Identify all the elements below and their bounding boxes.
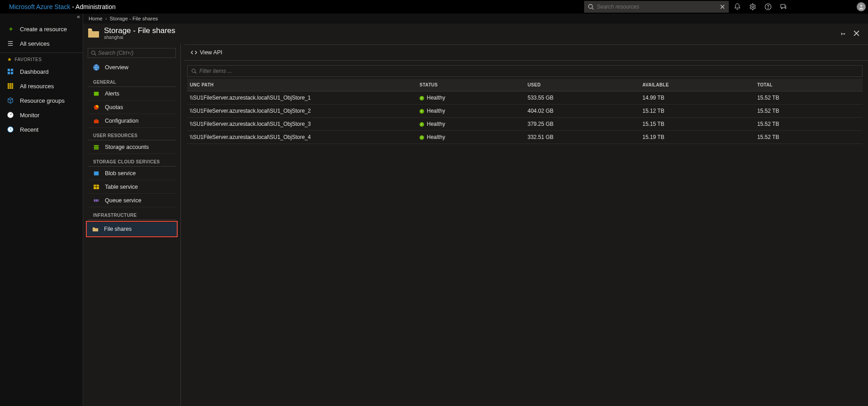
svg-rect-34 xyxy=(94,120,99,123)
svg-rect-35 xyxy=(94,145,99,146)
svg-rect-38 xyxy=(94,171,99,175)
folder-icon xyxy=(92,226,99,232)
table-row[interactable]: \\SU1FileServer.azurestack.local\SU1_Obj… xyxy=(187,105,863,118)
col-used[interactable]: USED xyxy=(525,79,640,91)
settings-button[interactable] xyxy=(745,0,760,14)
tenant-name: Administration xyxy=(75,3,116,10)
global-search[interactable] xyxy=(584,1,729,13)
blade-item-table-service[interactable]: Table service xyxy=(88,180,176,194)
col-total[interactable]: TOTAL xyxy=(755,79,863,91)
healthy-icon xyxy=(420,135,424,140)
cell-total: 15.52 TB xyxy=(755,105,863,118)
cell-used: 404.02 GB xyxy=(525,105,640,118)
account-button[interactable] xyxy=(854,0,868,14)
blade-search-input[interactable] xyxy=(98,50,173,56)
blob-icon xyxy=(93,170,100,177)
clear-search-icon[interactable] xyxy=(720,4,725,10)
blade-item-configuration[interactable]: Configuration xyxy=(88,114,176,128)
col-unc[interactable]: UNC PATH xyxy=(187,79,417,91)
breadcrumb: Home › Storage - File shares xyxy=(83,14,868,24)
close-blade-button[interactable] xyxy=(852,29,861,38)
table-row[interactable]: \\SU1FileServer.azurestack.local\SU1_Obj… xyxy=(187,131,863,144)
healthy-icon xyxy=(420,122,424,127)
search-icon xyxy=(191,68,197,74)
blade-item-storage-accounts[interactable]: Storage accounts xyxy=(88,140,176,154)
cell-total: 15.52 TB xyxy=(755,91,863,105)
cube-icon xyxy=(7,97,14,104)
svg-rect-43 xyxy=(96,199,98,201)
help-button[interactable] xyxy=(760,0,776,14)
feedback-icon xyxy=(780,3,787,10)
feedback-button[interactable] xyxy=(776,0,791,14)
pin-icon xyxy=(840,30,846,36)
file-shares-table: UNC PATH STATUS USED AVAILABLE TOTAL \\S… xyxy=(187,79,863,144)
svg-rect-32 xyxy=(94,91,99,96)
svg-rect-12 xyxy=(8,69,10,71)
view-api-button[interactable]: View API xyxy=(191,49,222,56)
blade-search[interactable] xyxy=(88,48,176,58)
pin-blade-button[interactable] xyxy=(838,29,847,38)
col-available[interactable]: AVAILABLE xyxy=(640,79,755,91)
table-row[interactable]: \\SU1FileServer.azurestack.local\SU1_Obj… xyxy=(187,91,863,105)
section-user-resources-header: USER RESOURCES xyxy=(88,128,176,140)
grid-icon xyxy=(7,83,14,89)
storage-icon xyxy=(93,144,100,150)
blade-item-quotas[interactable]: Quotas xyxy=(88,100,176,114)
gauge-icon xyxy=(7,112,14,118)
cell-unc: \\SU1FileServer.azurestack.local\SU1_Obj… xyxy=(187,131,417,144)
svg-point-8 xyxy=(860,5,863,7)
filter-input[interactable] xyxy=(199,68,859,74)
avatar-icon xyxy=(857,2,866,11)
alert-icon xyxy=(93,91,100,97)
all-services-label: All services xyxy=(20,40,50,47)
blade-title: Storage - File shares xyxy=(104,26,175,35)
breadcrumb-home[interactable]: Home xyxy=(89,16,103,21)
blade-menu: Overview GENERAL Alerts Quotas xyxy=(83,44,181,406)
svg-line-30 xyxy=(94,54,96,55)
command-bar: View API xyxy=(184,44,868,61)
notifications-button[interactable] xyxy=(730,0,745,14)
svg-rect-23 xyxy=(9,87,11,89)
section-general-header: GENERAL xyxy=(88,74,176,87)
nav-monitor[interactable]: Monitor xyxy=(0,108,83,122)
blade-item-queue-service[interactable]: Queue service xyxy=(88,194,176,207)
svg-rect-18 xyxy=(12,83,14,85)
cell-used: 332.51 GB xyxy=(525,131,640,144)
col-status[interactable]: STATUS xyxy=(417,79,525,91)
search-icon xyxy=(588,4,594,10)
nav-recent[interactable]: Recent xyxy=(0,122,83,137)
svg-point-45 xyxy=(192,69,196,73)
bell-icon xyxy=(734,3,741,10)
dashboard-icon xyxy=(7,68,14,75)
close-icon xyxy=(854,30,859,36)
all-services-button[interactable]: All services xyxy=(0,36,83,51)
cell-used: 379.25 GB xyxy=(525,118,640,131)
left-nav: « + Create a resource All services ★ FAV… xyxy=(0,14,83,406)
blade-item-file-shares[interactable]: File shares xyxy=(87,222,177,236)
filter-box[interactable] xyxy=(187,65,863,77)
svg-rect-36 xyxy=(94,147,99,148)
create-resource-button[interactable]: + Create a resource xyxy=(0,22,83,36)
svg-rect-20 xyxy=(9,85,11,87)
blade-item-overview[interactable]: Overview xyxy=(88,61,176,74)
nav-resource-groups[interactable]: Resource groups xyxy=(0,93,83,108)
svg-rect-13 xyxy=(11,69,13,71)
svg-point-29 xyxy=(92,51,95,55)
blade-item-blob-service[interactable]: Blob service xyxy=(88,167,176,180)
blade-item-alerts[interactable]: Alerts xyxy=(88,87,176,100)
nav-dashboard[interactable]: Dashboard xyxy=(0,64,83,79)
svg-rect-17 xyxy=(9,83,11,85)
top-bar: Microsoft Azure Stack - Administration xyxy=(0,0,868,14)
cell-unc: \\SU1FileServer.azurestack.local\SU1_Obj… xyxy=(187,105,417,118)
svg-point-4 xyxy=(752,6,754,8)
collapse-nav-button[interactable]: « xyxy=(0,14,83,22)
product-name: Microsoft Azure Stack xyxy=(9,3,70,10)
table-row[interactable]: \\SU1FileServer.azurestack.local\SU1_Obj… xyxy=(187,118,863,131)
nav-all-resources[interactable]: All resources xyxy=(0,79,83,93)
code-icon xyxy=(191,49,197,56)
gear-icon xyxy=(749,3,756,10)
content-pane: View API UNC PATH xyxy=(181,44,868,406)
svg-rect-37 xyxy=(94,148,99,149)
global-search-input[interactable] xyxy=(597,4,720,10)
list-icon xyxy=(7,40,14,47)
